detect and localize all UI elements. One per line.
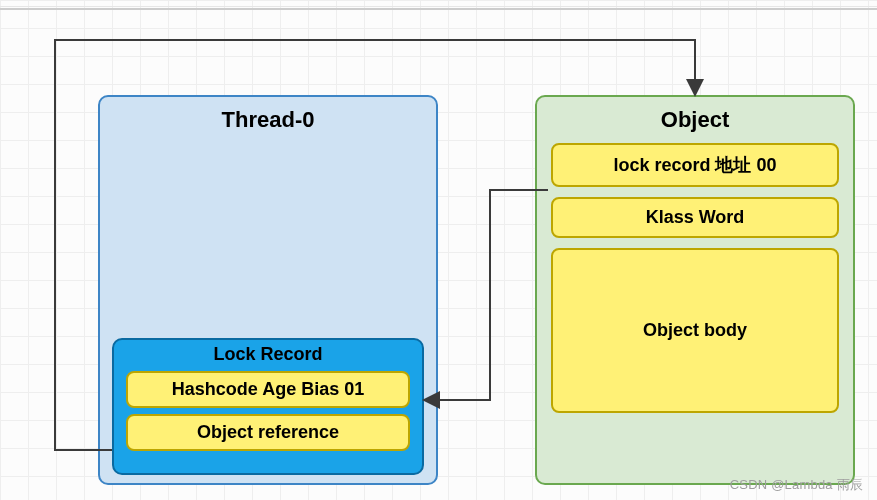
lock-record-title: Lock Record	[114, 340, 422, 367]
object-body: Object body	[551, 248, 839, 413]
top-hairline-light	[0, 6, 877, 7]
object-title: Object	[537, 97, 853, 133]
top-hairline	[0, 8, 877, 10]
lock-record-hashcode: Hashcode Age Bias 01	[126, 371, 410, 408]
object-mark-word: lock record 地址 00	[551, 143, 839, 187]
lock-record-box: Lock Record Hashcode Age Bias 01 Object …	[112, 338, 424, 475]
object-klass-word: Klass Word	[551, 197, 839, 238]
thread-title: Thread-0	[100, 97, 436, 133]
lock-record-object-reference: Object reference	[126, 414, 410, 451]
object-box: Object lock record 地址 00 Klass Word Obje…	[535, 95, 855, 485]
watermark-text: CSDN @Lambda 雨辰	[730, 476, 863, 494]
